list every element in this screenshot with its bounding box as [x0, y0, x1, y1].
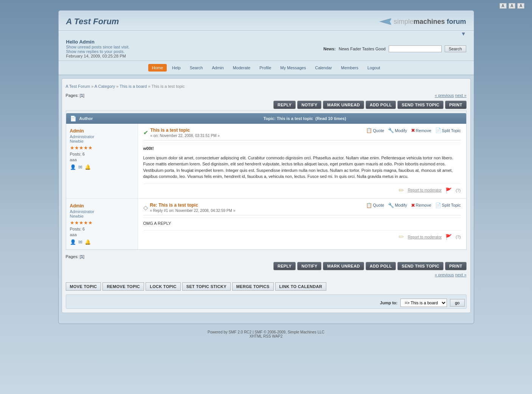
post-count-1: Posts: 6 [70, 152, 134, 156]
print-button-top[interactable]: PRINT [445, 101, 467, 109]
author-name-1[interactable]: Admin [70, 128, 134, 134]
breadcrumb-topic: This is a test topic [151, 84, 185, 89]
split-topic-btn-1[interactable]: 📄 Split Topic [435, 128, 461, 133]
quote-btn-2[interactable]: 📋 Quote [366, 202, 384, 208]
page-footer: Powered by SMF 2.0 RC2 | SMF © 2006-2009… [0, 324, 532, 344]
email-icon-1[interactable]: ✉ [78, 164, 82, 170]
mark-unread-button-bottom[interactable]: MARK UNREAD [323, 262, 364, 270]
send-this-topic-button-top[interactable]: SEND THIS TOPIC [397, 101, 444, 109]
font-size-large[interactable]: A [517, 3, 524, 9]
jump-to-select[interactable]: => This is a board [400, 299, 447, 307]
search-button[interactable]: Search [445, 45, 466, 52]
next-link-bottom[interactable]: next » [455, 273, 467, 277]
remove-btn-2[interactable]: ✖ Remove [411, 202, 431, 208]
notify-button-bottom[interactable]: NOTIFY [297, 262, 321, 270]
move-topic-btn[interactable]: MOVE TOPIC [66, 282, 101, 291]
view-profile-icon-1[interactable]: 👤 [70, 164, 76, 170]
quote-icon-2: 📋 [366, 202, 372, 208]
post-body-1: w00t! Lorem ipsum dolor sit amet, consec… [143, 143, 461, 184]
jump-to-go-button[interactable]: go [450, 299, 464, 307]
author-extra-2: aaa [70, 232, 134, 237]
dropdown-arrow-icon[interactable]: ▼ [461, 31, 466, 37]
mark-unread-button-top[interactable]: MARK UNREAD [323, 101, 364, 109]
author-rank-1: Administrator [70, 134, 134, 139]
modify-btn-2[interactable]: 🔧 Modify [388, 202, 407, 208]
post-date-1: « on: November 22, 2008, 03:31:51 PM » [150, 134, 220, 138]
print-button-bottom[interactable]: PRINT [445, 262, 467, 270]
post-row-1: Admin Administrator Newbie ★★★★★ Posts: … [66, 124, 466, 199]
user-greeting: Hello Admin [66, 39, 130, 45]
news-label: News: [323, 47, 335, 51]
send-topic-button-bottom[interactable]: SEND THIS TOPIC [397, 262, 444, 270]
post-subject-icon-1: ✔ [143, 129, 148, 136]
author-title-2: Newbie [70, 214, 134, 218]
remove-topic-btn[interactable]: REMOVE TOPIC [102, 282, 144, 291]
author-extra-1: aaa [70, 157, 134, 162]
remove-btn-1[interactable]: ✖ Remove [411, 128, 431, 133]
link-to-calendar-btn[interactable]: LINK TO CALENDAR [275, 282, 326, 291]
font-size-small[interactable]: A [499, 3, 507, 9]
forum-title: A Test Forum [66, 17, 119, 26]
email-icon-2[interactable]: ✉ [78, 239, 82, 245]
report-to-moderator-1[interactable]: Report to moderator [408, 188, 442, 192]
split-icon-2: 📄 [435, 202, 441, 208]
lock-topic-btn[interactable]: LOCK TOPIC [146, 282, 181, 291]
nav-admin[interactable]: Admin [208, 64, 227, 72]
split-icon-1: 📄 [435, 128, 441, 133]
breadcrumb-category[interactable]: A Category [95, 84, 115, 89]
prev-link-top[interactable]: « previous [435, 93, 454, 98]
reply-button-bottom[interactable]: REPLY [273, 262, 296, 270]
nav-home[interactable]: Home [148, 64, 167, 72]
set-topic-sticky-btn[interactable]: SET TOPIC STICKY [182, 282, 231, 291]
post-date-2: « Reply #1 on: November 22, 2008, 04:32:… [150, 209, 236, 213]
topic-header: 📄 Author Topic: This is a test topic (Re… [66, 113, 466, 124]
nav-members[interactable]: Members [337, 64, 362, 72]
breadcrumb-forum[interactable]: A Test Forum [66, 84, 90, 89]
nav-help[interactable]: Help [168, 64, 185, 72]
font-size-medium[interactable]: A [509, 3, 516, 9]
smf-logo-icon [378, 17, 392, 26]
author-title-1: Newbie [70, 139, 134, 143]
post-count-2: Posts: 6 [70, 227, 134, 231]
page-1-link-top[interactable]: 1 [81, 93, 83, 98]
new-replies-link[interactable]: Show new replies to your posts. [66, 49, 125, 54]
topic-header-author-label: Author [79, 116, 147, 121]
topic-header-title: Topic: This is a test topic (Read 10 tim… [147, 116, 462, 121]
author-stars-1: ★★★★★ [70, 145, 134, 151]
report-flag-icon-1: 🚩 [445, 187, 452, 193]
nav-my-messages[interactable]: My Messages [276, 64, 310, 72]
breadcrumb-board[interactable]: This is a board [119, 84, 147, 89]
add-poll-button-bottom[interactable]: ADD POLL [366, 262, 396, 270]
current-date: February 14, 2009, 03:25:28 PM [66, 54, 130, 58]
nav-search[interactable]: Search [186, 64, 207, 72]
report-to-moderator-2[interactable]: Report to moderator [408, 235, 442, 239]
split-topic-btn-2[interactable]: 📄 Split Topic [435, 202, 461, 208]
nav-logout[interactable]: Logout [364, 64, 384, 72]
post-content-col-2: ◇ Re: This is a test topic « Reply #1 on… [138, 199, 466, 249]
help-question-2[interactable]: (?) [456, 235, 461, 239]
reply-button-top[interactable]: REPLY [273, 101, 296, 109]
page-1-link-bottom[interactable]: 1 [81, 254, 83, 259]
nav-profile[interactable]: Profile [256, 64, 275, 72]
modify-btn-1[interactable]: 🔧 Modify [388, 128, 407, 133]
post-author-col-1: Admin Administrator Newbie ★★★★★ Posts: … [66, 124, 138, 198]
ignore-icon-1[interactable]: 🔔 [85, 164, 91, 170]
prev-link-bottom[interactable]: « previous [435, 273, 454, 277]
quote-btn-1[interactable]: 📋 Quote [366, 128, 384, 133]
help-question-1[interactable]: (?) [456, 188, 461, 193]
search-input[interactable] [389, 45, 442, 52]
add-poll-button-top[interactable]: ADD POLL [366, 101, 396, 109]
nav-moderate[interactable]: Moderate [229, 64, 254, 72]
notify-button-top[interactable]: NOTIFY [297, 101, 321, 109]
unread-posts-link[interactable]: Show unread posts since last visit. [66, 45, 130, 49]
author-name-2[interactable]: Admin [70, 203, 134, 209]
merge-topics-btn[interactable]: MERGE TOPICS [232, 282, 274, 291]
post-subject-icon-2: ◇ [143, 204, 148, 211]
report-flag-icon-2: 🚩 [445, 234, 452, 240]
pages-bottom: Pages: [1] [66, 254, 85, 259]
modify-icon-1: 🔧 [388, 128, 394, 133]
next-link-top[interactable]: next » [455, 93, 467, 98]
view-profile-icon-2[interactable]: 👤 [70, 239, 76, 245]
ignore-icon-2[interactable]: 🔔 [85, 239, 91, 245]
nav-calendar[interactable]: Calendar [311, 64, 336, 72]
